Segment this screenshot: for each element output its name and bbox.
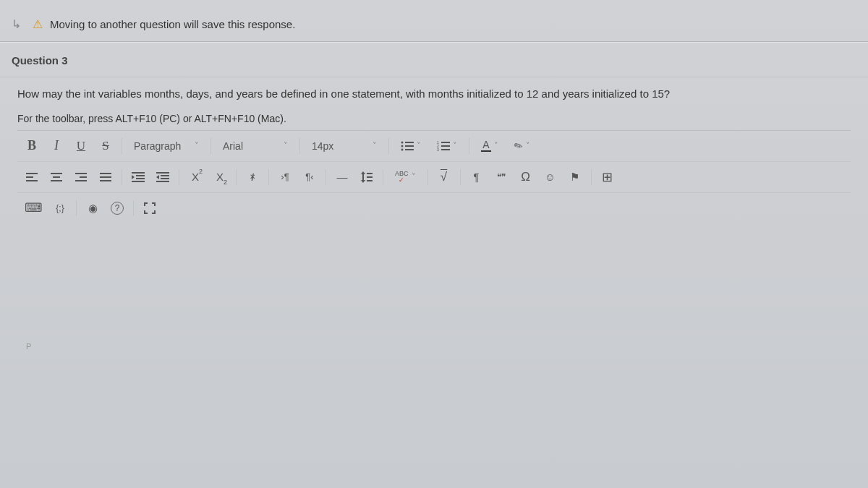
question-body: How may the int variables months, days, … <box>0 77 868 360</box>
svg-rect-24 <box>132 172 145 174</box>
svg-rect-9 <box>441 145 450 147</box>
superscript-button[interactable]: X2 <box>184 166 207 188</box>
fullscreen-button[interactable] <box>138 197 161 219</box>
warning-bar: ↳ ⚠ Moving to another question will save… <box>0 0 868 42</box>
chevron-down-icon: ˅ <box>453 141 457 150</box>
align-center-button[interactable] <box>45 166 68 188</box>
separator <box>388 138 389 154</box>
align-justify-button[interactable] <box>94 166 117 188</box>
chevron-down-icon: ˅ <box>526 141 530 150</box>
svg-rect-23 <box>100 180 111 181</box>
svg-rect-11 <box>441 149 450 150</box>
underline-button[interactable]: U <box>69 135 93 157</box>
svg-rect-19 <box>80 176 87 178</box>
spellcheck-dropdown[interactable]: ABC✓ ˅ <box>388 168 423 185</box>
indent-button[interactable] <box>127 166 150 188</box>
numbered-list-dropdown[interactable]: 123 ˅ <box>430 138 464 154</box>
svg-rect-20 <box>75 180 87 181</box>
svg-rect-27 <box>136 178 145 179</box>
separator <box>299 138 300 154</box>
chevron-down-icon: ˅ <box>494 141 498 150</box>
preview-button[interactable]: ◉ <box>81 197 104 219</box>
bold-button[interactable]: B <box>20 135 43 157</box>
chevron-down-icon: ˅ <box>417 141 421 150</box>
separator <box>122 169 122 185</box>
svg-rect-39 <box>367 180 373 181</box>
svg-rect-15 <box>51 173 62 174</box>
svg-rect-32 <box>161 178 169 179</box>
anchor-button[interactable]: ⚑ <box>563 166 587 188</box>
svg-rect-25 <box>136 175 145 176</box>
math-button[interactable]: √ <box>433 166 456 188</box>
toolbar-row-1: B I U S Paragraph˅ Arial˅ 14px˅ <box>17 130 851 161</box>
show-blocks-button[interactable]: ¶ <box>465 166 488 188</box>
align-right-button[interactable] <box>69 166 93 188</box>
svg-rect-29 <box>156 172 169 174</box>
separator <box>326 169 326 185</box>
svg-rect-7 <box>441 142 450 143</box>
separator <box>210 138 211 154</box>
strikethrough-button[interactable]: S <box>94 135 117 157</box>
font-family-dropdown[interactable]: Arial˅ <box>216 137 295 155</box>
help-button[interactable]: ? <box>106 197 129 219</box>
italic-button[interactable]: I <box>45 135 68 157</box>
svg-rect-1 <box>405 142 414 143</box>
svg-rect-22 <box>100 176 111 178</box>
rich-text-editor: B I U S Paragraph˅ Arial˅ 14px˅ <box>17 130 851 360</box>
question-label: Question 3 <box>0 54 868 77</box>
clear-formatting-button[interactable]: I✕ <box>241 166 264 188</box>
separator <box>179 169 179 185</box>
svg-rect-16 <box>53 176 60 178</box>
chevron-down-icon: ˅ <box>412 172 416 181</box>
special-character-button[interactable]: Ω <box>514 166 537 188</box>
svg-rect-17 <box>51 180 62 181</box>
svg-point-0 <box>401 141 404 143</box>
svg-text:3: 3 <box>437 147 439 151</box>
outdent-button[interactable] <box>151 166 174 188</box>
editor-content-area[interactable]: P <box>17 223 851 360</box>
text-color-dropdown[interactable]: A ˅ <box>474 137 506 155</box>
warning-text: Moving to another question will save thi… <box>50 18 295 30</box>
svg-point-2 <box>401 145 404 147</box>
code-sample-button[interactable]: {;} <box>48 197 72 219</box>
separator <box>76 200 77 216</box>
rtl-button[interactable]: ¶‹ <box>298 166 321 188</box>
svg-rect-21 <box>100 173 111 174</box>
spellcheck-icon: ABC✓ <box>395 171 409 182</box>
svg-marker-26 <box>132 175 135 179</box>
svg-rect-5 <box>405 149 414 150</box>
reply-arrow-icon: ↳ <box>12 17 21 31</box>
subscript-button[interactable]: X2 <box>208 166 231 188</box>
svg-rect-12 <box>26 173 38 174</box>
table-button[interactable]: ⊞ <box>596 166 619 188</box>
line-height-button[interactable] <box>355 166 378 188</box>
ltr-button[interactable]: ›¶ <box>273 166 297 188</box>
question-container: Question 3 How may the int variables mon… <box>0 42 868 360</box>
separator <box>591 169 592 185</box>
svg-point-4 <box>401 148 404 150</box>
chevron-down-icon: ˅ <box>195 141 199 150</box>
align-left-button[interactable] <box>20 166 43 188</box>
svg-rect-13 <box>26 176 33 178</box>
highlight-color-dropdown[interactable]: ✎ ˅ <box>507 137 537 155</box>
warning-icon: ⚠ <box>33 17 43 31</box>
toolbar-row-2: X2 X2 I✕ ›¶ ¶‹ — <box>17 161 851 192</box>
blockquote-button[interactable]: ❝❞ <box>490 166 513 188</box>
svg-marker-36 <box>361 180 365 183</box>
horizontal-rule-button[interactable]: — <box>331 166 354 188</box>
keyboard-button[interactable]: ⌨ <box>20 197 47 219</box>
svg-rect-35 <box>362 174 364 180</box>
svg-rect-3 <box>405 145 414 147</box>
separator <box>460 169 461 185</box>
path-indicator: P <box>25 341 33 352</box>
highlight-icon: ✎ <box>512 139 525 153</box>
font-size-dropdown[interactable]: 14px˅ <box>305 137 384 155</box>
bullet-list-dropdown[interactable]: ˅ <box>393 138 428 154</box>
toolbar-hint: For the toolbar, press ALT+F10 (PC) or A… <box>17 113 851 124</box>
emoji-button[interactable]: ☺ <box>539 166 562 188</box>
paragraph-format-dropdown[interactable]: Paragraph˅ <box>127 137 206 155</box>
svg-marker-34 <box>361 171 365 174</box>
question-text: How may the int variables months, days, … <box>17 86 851 103</box>
separator <box>427 169 428 185</box>
separator <box>268 169 269 185</box>
